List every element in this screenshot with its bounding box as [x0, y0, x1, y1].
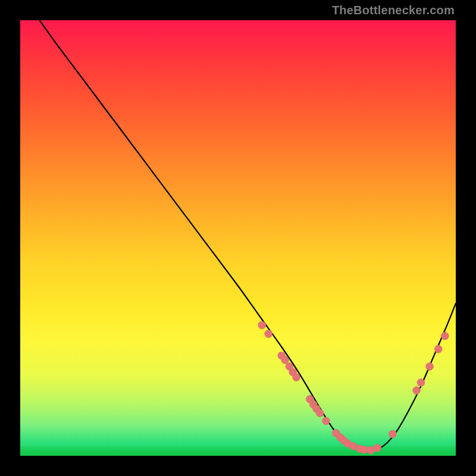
curve-marker [281, 356, 289, 364]
chart-frame: TheBottlenecker.com [0, 0, 476, 476]
curve-marker [322, 417, 330, 425]
curve-marker [258, 321, 266, 329]
bottleneck-curve-svg [20, 20, 456, 456]
curve-marker [374, 444, 381, 452]
curve-marker [413, 387, 421, 394]
source-attribution: TheBottlenecker.com [332, 4, 455, 17]
curve-marker [441, 332, 449, 340]
curve-marker [316, 409, 324, 417]
bottleneck-curve [20, 0, 456, 450]
curve-marker [265, 330, 273, 338]
curve-marker [434, 345, 442, 353]
curve-marker [426, 362, 434, 370]
plot-area [20, 20, 456, 456]
curve-marker [389, 430, 396, 438]
curve-marker [293, 374, 300, 381]
curve-marker [417, 379, 425, 387]
